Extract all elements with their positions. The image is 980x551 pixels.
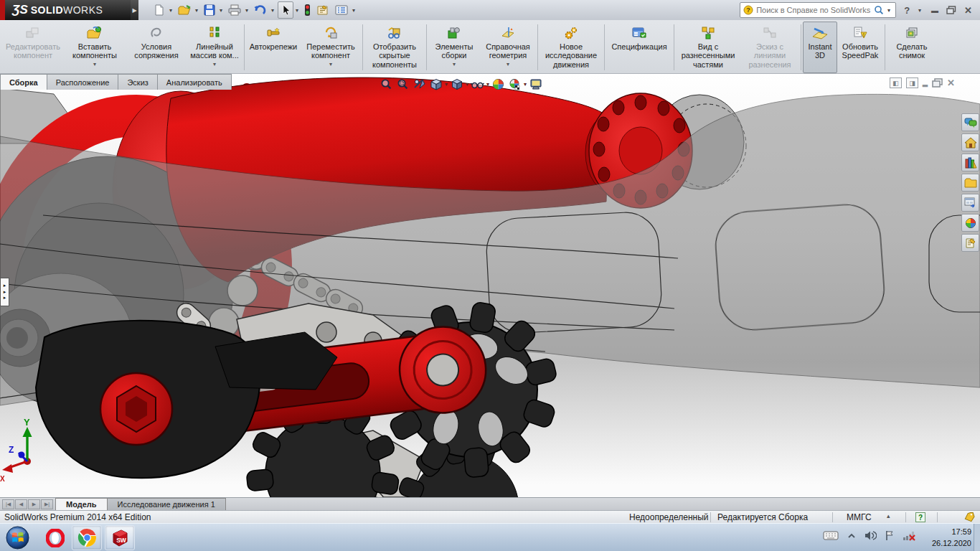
dropdown-arrow-icon[interactable]: ▾: [329, 61, 332, 67]
dropdown-arrow-icon[interactable]: ▾: [453, 61, 456, 67]
design-library-tab[interactable]: [961, 154, 979, 171]
quick-tips-button[interactable]: ?: [915, 512, 925, 522]
tab-motion-study[interactable]: Исследование движения 1: [107, 498, 226, 510]
dropdown-arrow-icon[interactable]: ▾: [271, 7, 274, 14]
doc-restore-button[interactable]: [932, 78, 943, 88]
edit-appearance-button[interactable]: [491, 77, 506, 92]
units-label[interactable]: ММГС: [847, 512, 872, 522]
menu-expand-arrow[interactable]: ▶: [131, 0, 138, 20]
tab-layout[interactable]: Расположение: [47, 74, 119, 90]
pane-right-button[interactable]: ◨: [906, 77, 918, 88]
hidden-icons-arrow[interactable]: [847, 532, 857, 540]
dropdown-arrow-icon[interactable]: ▾: [220, 7, 222, 14]
view-settings-button[interactable]: [528, 77, 543, 92]
help-dropdown-arrow[interactable]: ▾: [918, 7, 921, 14]
dropdown-arrow-icon[interactable]: ▾: [466, 81, 468, 88]
custom-properties-tab[interactable]: [961, 234, 979, 252]
help-search-box[interactable]: ? ▾: [740, 2, 896, 18]
keyboard-icon[interactable]: [823, 530, 839, 541]
hide-show-items-button[interactable]: [470, 77, 485, 92]
ribbon-linear-pattern[interactable]: Линейный массив ком... ▾: [187, 22, 242, 73]
show-desktop-button[interactable]: [974, 524, 980, 551]
command-manager-ribbon: Редактировать компонент Вставить компоне…: [0, 20, 980, 74]
ribbon-new-motion-study[interactable]: Новое исследование движения: [540, 22, 603, 73]
apply-scene-button[interactable]: [507, 77, 522, 92]
appearances-tab[interactable]: [961, 214, 979, 232]
tab-sketch[interactable]: Эскиз: [118, 74, 157, 90]
ribbon-exploded-view[interactable]: Вид с разнесенными частями: [676, 22, 740, 73]
zoom-area-button[interactable]: [395, 77, 410, 92]
new-document-button[interactable]: [151, 1, 167, 19]
tab-model[interactable]: Модель: [55, 498, 108, 510]
select-tool-button[interactable]: [278, 1, 293, 19]
dropdown-arrow-icon[interactable]: ▾: [507, 61, 509, 67]
tab-assembly[interactable]: Сборка: [0, 74, 47, 90]
network-offline-icon[interactable]: [903, 530, 917, 541]
tab-evaluate[interactable]: Анализировать: [157, 74, 232, 90]
dropdown-arrow-icon[interactable]: ▾: [486, 81, 489, 88]
view-orientation-button[interactable]: [428, 77, 443, 92]
graphics-viewport[interactable]: Y X Z ▾ ▾ ▾ ▾ ◧: [0, 74, 980, 497]
taskbar-opera[interactable]: [40, 525, 70, 550]
nav-last-button[interactable]: ▶|: [41, 499, 53, 509]
sw-logo-text: SW: [116, 537, 127, 544]
undo-button[interactable]: [252, 1, 269, 19]
ribbon-take-snapshot[interactable]: Сделать снимок: [887, 22, 937, 73]
dropdown-arrow-icon[interactable]: ▾: [195, 7, 198, 14]
display-style-button[interactable]: [449, 77, 464, 92]
dropdown-arrow-icon[interactable]: ▾: [169, 7, 172, 14]
minimize-button[interactable]: ▬: [929, 6, 941, 14]
taskbar-clock[interactable]: 17:59 26.12.2020: [920, 526, 971, 549]
ribbon-bill-of-materials[interactable]: Спецификация: [606, 22, 672, 73]
units-dropup-arrow[interactable]: ▴: [887, 512, 890, 519]
action-center-flag-icon[interactable]: [885, 530, 895, 541]
file-explorer-tab[interactable]: [961, 174, 979, 192]
search-icon[interactable]: [874, 5, 884, 15]
nav-next-button[interactable]: ▶: [28, 499, 40, 509]
help-button[interactable]: ?: [902, 5, 912, 16]
dropdown-arrow-icon[interactable]: ▾: [93, 61, 96, 67]
dropdown-arrow-icon[interactable]: ▾: [352, 7, 355, 14]
options-button[interactable]: [333, 1, 350, 19]
search-input[interactable]: [756, 6, 871, 14]
properties-button[interactable]: [314, 1, 331, 19]
ribbon-assembly-features[interactable]: Элементы сборки ▾: [428, 22, 480, 73]
ribbon-smart-fasteners[interactable]: Автокрепежи: [246, 22, 301, 73]
section-view-button[interactable]: [412, 77, 427, 92]
search-scope-arrow[interactable]: ▾: [887, 7, 890, 14]
dropdown-arrow-icon[interactable]: ▾: [245, 7, 248, 14]
feature-tree-expander[interactable]: ▸ ▸ ▸: [0, 278, 9, 306]
forum-tab[interactable]: [961, 113, 979, 131]
ribbon-instant-3d[interactable]: Instant 3D: [803, 22, 837, 73]
interference-check-button[interactable]: [302, 1, 313, 19]
assembly-3d-scene[interactable]: Y X Z: [0, 74, 980, 497]
ribbon-move-component[interactable]: Переместить компонент ▾: [301, 22, 361, 73]
ribbon-mates[interactable]: Условия сопряжения: [126, 22, 187, 73]
close-button[interactable]: ✕: [962, 5, 974, 16]
start-button[interactable]: [6, 526, 29, 551]
taskbar-solidworks[interactable]: SW: [105, 525, 135, 550]
doc-minimize-button[interactable]: ▂: [923, 80, 928, 87]
zoom-fit-button[interactable]: [379, 77, 394, 92]
nav-first-button[interactable]: |◀: [2, 499, 14, 509]
ribbon-update-speedpak[interactable]: ! Обновить SpeedPak: [837, 22, 883, 73]
open-button[interactable]: [176, 1, 193, 19]
resources-home-tab[interactable]: [961, 133, 979, 151]
speaker-icon[interactable]: [864, 530, 877, 541]
ribbon-insert-components[interactable]: Вставить компоненты ▾: [63, 22, 126, 73]
dropdown-arrow-icon[interactable]: ▾: [296, 7, 298, 14]
save-button[interactable]: [202, 1, 217, 19]
tags-icon[interactable]: [964, 512, 976, 522]
doc-close-button[interactable]: ✕: [947, 77, 955, 88]
restore-button[interactable]: [946, 6, 956, 14]
dropdown-arrow-icon[interactable]: ▾: [445, 81, 448, 88]
print-button[interactable]: [226, 1, 243, 19]
view-palette-tab[interactable]: [961, 194, 979, 212]
ribbon-reference-geometry[interactable]: Справочная геометрия ▾: [480, 22, 536, 73]
dropdown-arrow-icon[interactable]: ▾: [524, 81, 527, 88]
taskbar-chrome[interactable]: [72, 525, 102, 550]
ribbon-show-hidden-components[interactable]: Отобразить скрытые компоненты: [364, 22, 425, 73]
dropdown-arrow-icon[interactable]: ▾: [213, 61, 216, 67]
nav-prev-button[interactable]: ◀: [15, 499, 27, 509]
pane-left-button[interactable]: ◧: [890, 77, 902, 88]
